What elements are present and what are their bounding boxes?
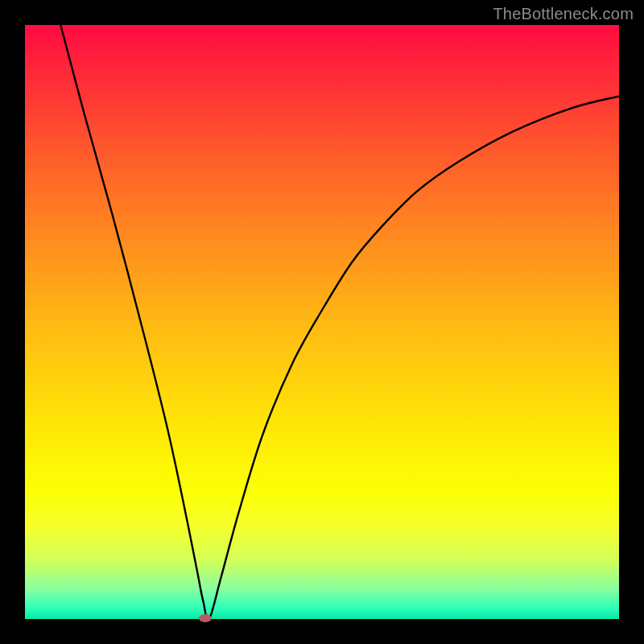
chart-frame: TheBottleneck.com: [0, 0, 644, 644]
bottleneck-curve: [25, 25, 619, 619]
watermark-label: TheBottleneck.com: [493, 5, 634, 23]
minimum-marker: [199, 614, 212, 622]
